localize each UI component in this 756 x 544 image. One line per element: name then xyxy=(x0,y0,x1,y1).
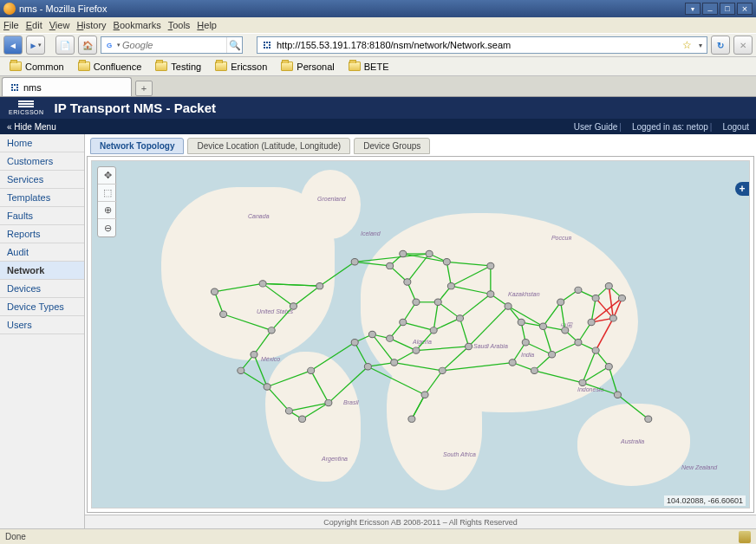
new-tab-button[interactable]: + xyxy=(135,81,153,96)
network-node[interactable] xyxy=(364,363,371,369)
network-node[interactable] xyxy=(285,408,292,414)
sidebar-item-network[interactable]: Network xyxy=(0,262,84,280)
network-node[interactable] xyxy=(251,352,257,358)
network-node[interactable] xyxy=(268,327,275,334)
bookmark-testing[interactable]: Testing xyxy=(149,60,207,74)
network-node[interactable] xyxy=(575,287,582,293)
network-node[interactable] xyxy=(400,319,407,325)
recent-pages-button[interactable]: 📄 xyxy=(55,36,75,55)
search-box[interactable]: G▾ 🔍 xyxy=(101,36,243,54)
network-node[interactable] xyxy=(264,384,270,390)
menu-view[interactable]: View xyxy=(49,20,70,30)
network-node[interactable] xyxy=(466,343,472,349)
network-node[interactable] xyxy=(505,303,512,309)
network-node[interactable] xyxy=(316,282,323,288)
url-input[interactable] xyxy=(277,37,679,53)
network-node[interactable] xyxy=(592,295,599,301)
network-node[interactable] xyxy=(609,315,616,321)
bookmark-star-icon[interactable]: ☆ xyxy=(679,39,694,51)
network-node[interactable] xyxy=(487,291,494,297)
back-button[interactable]: ◄ xyxy=(3,36,23,55)
reload-button[interactable]: ↻ xyxy=(711,36,730,55)
network-node[interactable] xyxy=(588,319,595,325)
hide-menu-link[interactable]: « Hide Menu xyxy=(7,122,56,132)
sidebar-item-templates[interactable]: Templates xyxy=(0,189,84,207)
menu-history[interactable]: History xyxy=(76,20,106,30)
network-node[interactable] xyxy=(391,359,398,366)
bookmark-personal[interactable]: Personal xyxy=(275,60,340,74)
subtab-0[interactable]: Network Topology xyxy=(90,138,184,154)
menu-file[interactable]: File xyxy=(3,20,19,30)
sidebar-item-users[interactable]: Users xyxy=(0,316,84,334)
network-node[interactable] xyxy=(325,399,332,405)
subtab-2[interactable]: Device Groups xyxy=(354,138,430,154)
network-node[interactable] xyxy=(408,416,415,422)
network-node[interactable] xyxy=(259,281,266,287)
network-node[interactable] xyxy=(575,340,582,346)
forward-button[interactable]: ► xyxy=(26,36,45,55)
network-node[interactable] xyxy=(351,259,358,265)
browser-tab[interactable]: nms xyxy=(2,77,132,96)
network-node[interactable] xyxy=(211,288,218,295)
network-node[interactable] xyxy=(404,279,411,285)
map-add-button[interactable]: + xyxy=(735,182,749,196)
network-node[interactable] xyxy=(387,335,394,341)
network-node[interactable] xyxy=(562,327,569,334)
network-node[interactable] xyxy=(487,262,494,269)
network-node[interactable] xyxy=(522,340,529,346)
network-node[interactable] xyxy=(557,299,564,305)
menu-help[interactable]: Help xyxy=(197,20,217,30)
search-submit-icon[interactable]: 🔍 xyxy=(226,37,242,53)
bookmark-bete[interactable]: BETE xyxy=(342,60,395,74)
sidebar-item-reports[interactable]: Reports xyxy=(0,225,84,243)
sidebar-item-audit[interactable]: Audit xyxy=(0,243,84,262)
window-dropdown-button[interactable] xyxy=(685,3,701,15)
network-node[interactable] xyxy=(592,347,599,353)
logout-link[interactable]: Logout xyxy=(722,122,749,132)
network-node[interactable] xyxy=(614,392,621,398)
network-node[interactable] xyxy=(518,319,525,325)
sidebar-item-customers[interactable]: Customers xyxy=(0,152,84,171)
network-node[interactable] xyxy=(439,367,446,373)
menu-bookmarks[interactable]: Bookmarks xyxy=(114,20,161,30)
url-dropdown-icon[interactable]: ▾ xyxy=(694,42,707,49)
subtab-1[interactable]: Device Location (Latitude, Longitude) xyxy=(187,138,350,154)
window-maximize-button[interactable] xyxy=(720,3,735,15)
bookmark-confluence[interactable]: Confluence xyxy=(72,60,148,74)
sidebar-item-home[interactable]: Home xyxy=(0,134,84,152)
network-node[interactable] xyxy=(539,323,546,329)
home-button[interactable]: 🏠 xyxy=(78,36,97,55)
bookmark-ericsson[interactable]: Ericsson xyxy=(209,60,273,74)
search-input[interactable] xyxy=(122,37,226,53)
network-node[interactable] xyxy=(299,416,306,422)
url-box[interactable]: ☆ ▾ xyxy=(257,36,707,54)
menu-tools[interactable]: Tools xyxy=(168,20,191,30)
network-node[interactable] xyxy=(443,259,450,265)
sidebar-item-device-types[interactable]: Device Types xyxy=(0,298,84,316)
network-node[interactable] xyxy=(421,392,428,398)
network-node[interactable] xyxy=(618,295,625,301)
map-pan-tool[interactable]: ✥ xyxy=(98,167,117,185)
sidebar-item-faults[interactable]: Faults xyxy=(0,207,84,225)
network-node[interactable] xyxy=(308,367,315,373)
network-node[interactable] xyxy=(400,250,407,256)
network-node[interactable] xyxy=(220,311,227,317)
window-close-button[interactable] xyxy=(737,3,753,15)
network-node[interactable] xyxy=(426,250,433,256)
map-zoom-in-tool[interactable]: ⊕ xyxy=(98,202,117,219)
window-minimize-button[interactable] xyxy=(702,3,718,15)
network-node[interactable] xyxy=(290,303,297,309)
network-node[interactable] xyxy=(447,282,454,288)
map-canvas[interactable]: ✥ ⬚ ⊕ ⊖ + 104.02088, -66.60601 CanadaUni… xyxy=(91,160,750,508)
menu-edit[interactable]: Edit xyxy=(26,20,42,30)
map-zoom-out-tool[interactable]: ⊖ xyxy=(98,219,117,236)
network-node[interactable] xyxy=(605,363,612,369)
sidebar-item-devices[interactable]: Devices xyxy=(0,280,84,298)
network-node[interactable] xyxy=(549,352,556,358)
network-node[interactable] xyxy=(387,262,394,269)
network-node[interactable] xyxy=(413,347,420,353)
network-node[interactable] xyxy=(456,315,463,321)
network-node[interactable] xyxy=(351,340,358,346)
network-node[interactable] xyxy=(605,282,612,288)
network-node[interactable] xyxy=(413,299,420,305)
